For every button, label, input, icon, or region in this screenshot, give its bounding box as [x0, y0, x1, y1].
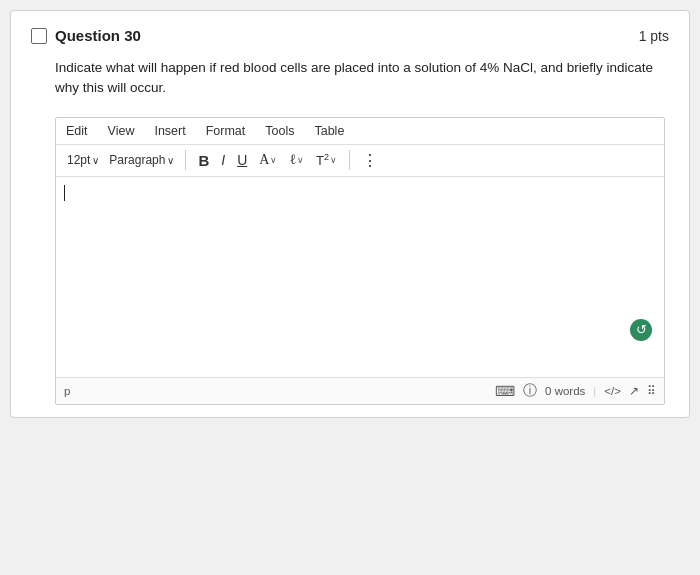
editor-container: Edit View Insert Format Tools Table 12pt…	[55, 117, 665, 405]
more-options-button[interactable]: ⋮	[358, 149, 383, 172]
menu-tools[interactable]: Tools	[263, 122, 296, 140]
editor-menubar: Edit View Insert Format Tools Table	[56, 118, 664, 145]
question-body: Indicate what will happen if red blood c…	[31, 58, 669, 99]
toolbar-divider-2	[349, 150, 350, 170]
refresh-button[interactable]: ↺	[630, 319, 652, 341]
code-tag-button[interactable]: </>	[604, 385, 621, 397]
superscript-button[interactable]: T2 ∨	[312, 150, 341, 170]
editor-content-area[interactable]: ↺	[56, 177, 664, 377]
question-card: Question 30 1 pts Indicate what will hap…	[10, 10, 690, 418]
points-label: 1 pts	[639, 28, 669, 44]
menu-format[interactable]: Format	[204, 122, 248, 140]
info-icon: ⓘ	[523, 382, 537, 400]
font-size-select[interactable]: 12pt ∨	[64, 152, 102, 168]
italic-button[interactable]: I	[217, 150, 229, 170]
question-header: Question 30 1 pts	[31, 27, 669, 44]
underline-button[interactable]: U	[233, 150, 251, 170]
font-size-value: 12pt	[67, 153, 90, 167]
paragraph-select[interactable]: Paragraph ∨	[106, 152, 177, 168]
editor-toolbar: 12pt ∨ Paragraph ∨ B I U A ∨ ℓ ∨ T2 ∨	[56, 145, 664, 177]
menu-edit[interactable]: Edit	[64, 122, 90, 140]
menu-table[interactable]: Table	[312, 122, 346, 140]
statusbar-left: p	[64, 385, 70, 397]
expand-button[interactable]: ↗	[629, 384, 639, 398]
menu-view[interactable]: View	[106, 122, 137, 140]
divider-status: |	[593, 385, 596, 397]
paragraph-tag-label: p	[64, 385, 70, 397]
font-color-chevron-icon: ∨	[270, 155, 277, 165]
word-count-label: 0 words	[545, 385, 585, 397]
menu-insert[interactable]: Insert	[152, 122, 187, 140]
pencil-chevron-icon: ∨	[297, 155, 304, 165]
grid-button[interactable]: ⠿	[647, 384, 656, 398]
superscript-label: T2	[316, 152, 329, 168]
paragraph-label: Paragraph	[109, 153, 165, 167]
font-size-chevron-icon: ∨	[92, 155, 99, 166]
pencil-label: ℓ	[289, 152, 296, 168]
superscript-chevron-icon: ∨	[330, 155, 337, 165]
toolbar-divider-1	[185, 150, 186, 170]
text-cursor	[64, 185, 65, 201]
keyboard-icon: ⌨	[495, 383, 515, 399]
question-number: Question 30	[55, 27, 141, 44]
editor-statusbar: p ⌨ ⓘ 0 words | </> ↗ ⠿	[56, 377, 664, 404]
font-color-label: A	[259, 152, 269, 168]
font-color-button[interactable]: A ∨	[255, 150, 281, 170]
paragraph-chevron-icon: ∨	[167, 155, 174, 166]
question-title: Question 30	[31, 27, 141, 44]
statusbar-right: ⌨ ⓘ 0 words | </> ↗ ⠿	[495, 382, 656, 400]
pencil-button[interactable]: ℓ ∨	[285, 150, 308, 170]
question-checkbox-icon	[31, 28, 47, 44]
bold-button[interactable]: B	[194, 150, 213, 171]
